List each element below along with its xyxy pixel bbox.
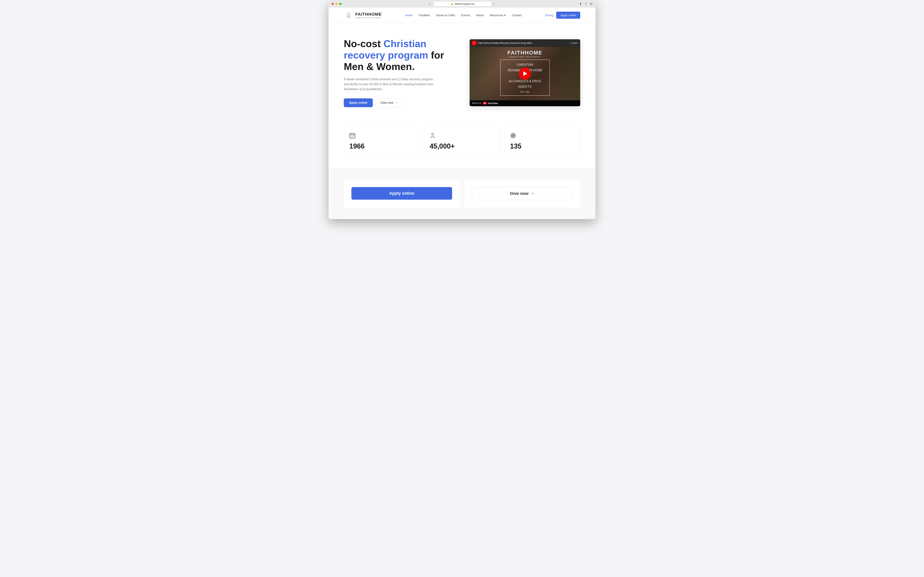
address-bar[interactable]: 🔒 faithhomegwd.net — [434, 2, 491, 6]
nav-stores[interactable]: Stores & Cafés — [436, 13, 456, 17]
site-logo: FAITHHOME CHRISTIAN RECOVERY — [344, 10, 382, 20]
refresh-icon[interactable]: ↻ — [493, 2, 495, 5]
dropdown-arrow-icon: ▾ — [504, 13, 505, 17]
apply-online-cta-button[interactable]: Apply online — [351, 187, 452, 200]
video-footer: Watch on YouTube — [470, 100, 580, 106]
watch-on-label: Watch on — [472, 102, 481, 105]
hero-content: No-cost Christian recovery program for M… — [344, 38, 454, 107]
youtube-icon — [483, 102, 487, 105]
give-now-cta-arrow-icon: → — [530, 191, 534, 196]
play-triangle-icon — [523, 71, 527, 76]
apply-online-nav-button[interactable]: Apply online — [556, 11, 580, 19]
video-header: ▶ Faith Home Christian Recovery Alcohol … — [470, 39, 580, 47]
share-label: Share — [572, 42, 578, 44]
sidebar-icon[interactable]: ⊟ — [590, 2, 592, 6]
stat-year-value: 1966 — [349, 142, 414, 150]
svg-point-11 — [432, 133, 434, 135]
nav-resources[interactable]: Resources ▾ — [490, 13, 506, 17]
person-icon — [430, 132, 494, 140]
add-tab-icon[interactable]: + — [585, 2, 587, 6]
svg-line-19 — [514, 136, 515, 137]
play-button[interactable] — [519, 68, 531, 80]
give-now-cta-button[interactable]: Give now → — [472, 187, 573, 200]
share-icon[interactable]: ⬆ — [579, 2, 582, 6]
forward-arrow[interactable]: › — [431, 2, 433, 5]
giving-button[interactable]: Giving — [545, 13, 553, 17]
website: FAITHHOME CHRISTIAN RECOVERY Home Facili… — [328, 8, 596, 219]
logo-icon — [344, 10, 353, 20]
give-now-hero-button[interactable]: Give now → — [376, 98, 403, 107]
stats-section: 1966 45,000+ — [328, 119, 596, 168]
logo-name: FAITHHOME — [355, 12, 382, 17]
youtube-logo-small: ▶ — [472, 41, 476, 45]
hero-buttons: Apply online Give now → — [344, 98, 454, 107]
stat-card-year: 1966 — [344, 126, 420, 156]
video-thumbnail[interactable]: FAITHHOME CHRISTIAN RECOVERY CHRISTIAN R… — [470, 47, 580, 100]
stat-card-count: 135 — [504, 126, 580, 156]
apply-online-hero-button[interactable]: Apply online — [344, 98, 373, 107]
nav-home[interactable]: Home — [405, 13, 413, 17]
cta-section: Apply online Give now → — [328, 168, 596, 219]
sign-est: EST 1966 — [504, 91, 546, 93]
give-now-cta-label: Give now — [510, 191, 528, 196]
sign-title: FAITHHOME — [500, 50, 550, 56]
wheel-icon — [510, 132, 575, 140]
logo-tagline: CHRISTIAN RECOVERY — [355, 17, 382, 19]
nav-events[interactable]: Events — [462, 13, 470, 17]
stat-people-value: 45,000+ — [430, 142, 494, 150]
video-header-left: ▶ Faith Home Christian Recovery Alcohol … — [472, 41, 534, 45]
video-share[interactable]: ↗ Share — [569, 42, 578, 44]
stat-card-people: 45,000+ — [424, 126, 500, 156]
nav-links: Home Facilities Stores & Cafés Events Ab… — [405, 13, 522, 17]
hero-section: No-cost Christian recovery program for M… — [328, 23, 596, 119]
site-navigation: FAITHHOME CHRISTIAN RECOVERY Home Facili… — [328, 8, 596, 23]
svg-line-18 — [511, 134, 512, 135]
mac-titlebar: ‹ › 🔒 faithhomegwd.net ↻ ⬆ + ⊟ — [328, 0, 596, 8]
youtube-logo-footer: YouTube — [483, 102, 498, 105]
video-container[interactable]: ▶ Faith Home Christian Recovery Alcohol … — [470, 39, 580, 106]
sign-subtitle: CHRISTIAN RECOVERY — [500, 56, 550, 58]
logo-text-block: FAITHHOME CHRISTIAN RECOVERY — [355, 12, 382, 19]
svg-line-21 — [511, 136, 512, 137]
youtube-play-icon — [484, 102, 486, 104]
nav-actions: Giving Apply online — [545, 11, 580, 19]
svg-point-0 — [347, 13, 350, 16]
calendar-icon — [349, 132, 414, 140]
nav-contact[interactable]: Contact — [512, 13, 522, 17]
hero-title-plain1: No-cost — [344, 38, 383, 49]
hero-description: 8-Week residential Christ-centered and 1… — [344, 77, 435, 92]
video-title: Faith Home Christian Recovery Alcohol & … — [478, 42, 534, 44]
back-arrow[interactable]: ‹ — [429, 2, 430, 5]
give-cta-card: Give now → — [464, 179, 580, 208]
nav-about[interactable]: About — [476, 13, 483, 17]
svg-line-20 — [514, 134, 515, 135]
give-now-label: Give now — [381, 101, 393, 105]
maximize-btn[interactable] — [339, 3, 341, 5]
stat-count-value: 135 — [510, 142, 575, 150]
close-btn[interactable] — [332, 3, 334, 5]
youtube-label: YouTube — [488, 102, 498, 105]
apply-cta-card: Apply online — [344, 179, 460, 208]
lock-icon: 🔒 — [451, 3, 454, 5]
hero-video: ▶ Faith Home Christian Recovery Alcohol … — [470, 39, 580, 106]
minimize-btn[interactable] — [335, 3, 338, 5]
hero-title: No-cost Christian recovery program for M… — [344, 38, 454, 72]
url-text: faithhomegwd.net — [455, 2, 474, 5]
share-arrow-icon: ↗ — [569, 42, 571, 44]
nav-facilities[interactable]: Facilities — [419, 13, 430, 17]
give-now-arrow-icon: → — [395, 101, 398, 105]
